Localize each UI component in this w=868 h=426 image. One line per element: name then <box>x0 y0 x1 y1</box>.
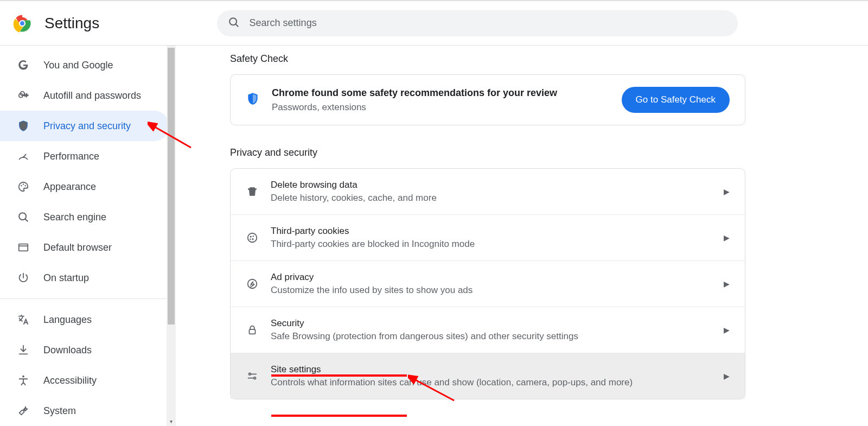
safety-check-subtitle: Passwords, extensions <box>272 102 610 113</box>
chevron-right-icon: ▶ <box>724 187 730 196</box>
row-subtitle: Delete history, cookies, cache, and more <box>271 193 712 204</box>
svg-line-4 <box>235 24 238 27</box>
safety-check-title: Chrome found some safety recommendations… <box>272 87 610 99</box>
sidebar-scrollbar[interactable]: ▾ <box>167 46 176 426</box>
sidebar-item-system[interactable]: System <box>0 396 169 426</box>
sidebar-item-performance[interactable]: Performance <box>0 141 169 171</box>
sidebar-item-label: System <box>43 405 76 417</box>
sidebar-item-label: Privacy and security <box>43 120 131 132</box>
shield-icon <box>246 92 260 108</box>
row-subtitle: Customize the info used by sites to show… <box>271 285 712 296</box>
wrench-icon <box>17 405 29 417</box>
page-title: Settings <box>44 15 99 32</box>
sidebar-item-label: On startup <box>43 272 89 284</box>
row-subtitle: Safe Browsing (protection from dangerous… <box>271 331 712 342</box>
chevron-right-icon: ▶ <box>724 372 730 380</box>
cookie-icon <box>246 232 259 244</box>
browser-icon <box>17 241 29 253</box>
speed-icon <box>17 150 29 162</box>
safety-check-card: Chrome found some safety recommendations… <box>230 74 745 125</box>
sidebar-item-label: Downloads <box>43 345 92 356</box>
sidebar-item-search-engine[interactable]: Search engine <box>0 202 169 232</box>
sidebar-item-appearance[interactable]: Appearance <box>0 171 169 202</box>
search-box[interactable] <box>217 10 738 36</box>
row-subtitle: Third-party cookies are blocked in Incog… <box>271 239 712 250</box>
sidebar-separator <box>0 298 176 299</box>
row-title: Security <box>271 318 712 329</box>
scrollbar-thumb[interactable] <box>168 48 175 325</box>
sidebar-item-you[interactable]: You and Google <box>0 50 169 80</box>
search-input[interactable] <box>248 17 727 29</box>
row-site-settings[interactable]: Site settingsControls what information s… <box>231 353 745 399</box>
sidebar: You and GoogleAutofill and passwordsPriv… <box>0 46 176 426</box>
sidebar-item-languages[interactable]: Languages <box>0 304 169 335</box>
sidebar-item-label: Languages <box>43 314 92 326</box>
main-content: Safety Check Chrome found some safety re… <box>176 46 868 426</box>
app-header: Settings <box>0 1 868 46</box>
row-title: Third-party cookies <box>271 226 712 237</box>
chrome-logo-icon <box>13 14 31 33</box>
sidebar-item-label: Performance <box>43 151 99 162</box>
privacy-security-card: Delete browsing dataDelete history, cook… <box>230 168 745 399</box>
sidebar-item-label: Default browser <box>43 242 112 253</box>
sidebar-item-label: You and Google <box>43 60 113 71</box>
sidebar-item-startup[interactable]: On startup <box>0 263 169 293</box>
safety-check-heading: Safety Check <box>230 53 745 65</box>
search-icon <box>228 16 240 30</box>
lock-icon <box>246 324 259 336</box>
chevron-right-icon: ▶ <box>724 279 730 288</box>
row-security[interactable]: SecuritySafe Browsing (protection from d… <box>231 307 745 353</box>
row-title: Site settings <box>271 364 712 375</box>
key-icon <box>17 90 29 101</box>
search-icon <box>17 211 29 223</box>
download-icon <box>17 344 29 356</box>
palette-icon <box>17 181 29 193</box>
sliders-icon <box>246 370 259 382</box>
row-title: Delete browsing data <box>271 180 712 190</box>
svg-point-3 <box>229 18 237 25</box>
row-cookies[interactable]: Third-party cookiesThird-party cookies a… <box>231 214 745 260</box>
sidebar-item-downloads[interactable]: Downloads <box>0 335 169 365</box>
chevron-right-icon: ▶ <box>724 326 730 334</box>
row-ad-privacy[interactable]: Ad privacyCustomize the info used by sit… <box>231 260 745 307</box>
accessibility-icon <box>17 374 29 386</box>
ad-icon <box>246 278 259 290</box>
sidebar-item-label: Search engine <box>43 212 106 223</box>
sidebar-item-privacy[interactable]: Privacy and security <box>0 111 169 141</box>
google-icon <box>17 59 29 71</box>
power-icon <box>17 272 29 284</box>
scrollbar-down-arrow[interactable]: ▾ <box>167 417 176 426</box>
translate-icon <box>17 314 29 326</box>
sidebar-item-label: Appearance <box>43 181 96 193</box>
sidebar-item-label: Accessibility <box>43 375 97 386</box>
chevron-right-icon: ▶ <box>724 233 730 242</box>
sidebar-item-autofill[interactable]: Autofill and passwords <box>0 80 169 111</box>
trash-icon <box>246 186 259 198</box>
row-title: Ad privacy <box>271 272 712 283</box>
sidebar-item-label: Autofill and passwords <box>43 90 141 101</box>
shield-icon <box>17 120 29 132</box>
go-to-safety-check-button[interactable]: Go to Safety Check <box>622 87 730 113</box>
row-delete[interactable]: Delete browsing dataDelete history, cook… <box>231 169 745 214</box>
row-subtitle: Controls what information sites can use … <box>271 377 712 388</box>
privacy-security-heading: Privacy and security <box>230 147 745 158</box>
sidebar-item-default-browser[interactable]: Default browser <box>0 232 169 263</box>
sidebar-item-accessibility[interactable]: Accessibility <box>0 365 169 396</box>
